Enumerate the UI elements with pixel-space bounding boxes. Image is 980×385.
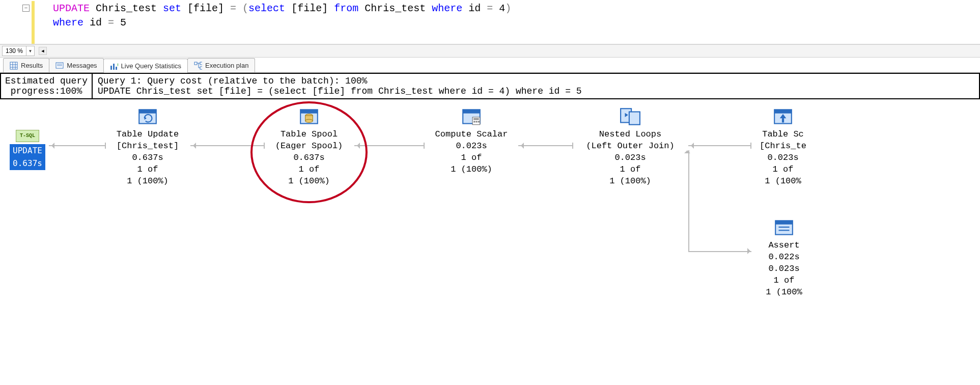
plan-arrow — [688, 145, 751, 146]
plan-node-nested-loops[interactable]: Nested Loops (Left Outer Join) 0.023s 1 … — [574, 107, 686, 187]
node-rows: 1 of — [753, 275, 815, 287]
nested-loops-icon — [620, 107, 641, 126]
node-rows: 1 of — [574, 164, 686, 176]
svg-rect-29 — [473, 118, 479, 120]
node-rows: 1 of — [426, 152, 517, 164]
table-scan-icon — [772, 107, 794, 126]
svg-rect-13 — [200, 62, 202, 65]
keyword-select: select — [248, 3, 285, 14]
svg-rect-9 — [113, 64, 115, 70]
plan-node-compute-scalar[interactable]: Compute Scalar 0.023s 1 of 1 (100%) — [426, 107, 517, 176]
node-rows-pct: 1 (100% — [753, 287, 815, 298]
node-rows-pct: 1 (100%) — [266, 176, 352, 187]
svg-rect-37 — [774, 109, 792, 113]
node-rows-pct: 1 (100%) — [574, 176, 686, 187]
fold-collapse-icon[interactable]: − — [22, 5, 30, 12]
node-title: Table Sc — [752, 129, 814, 141]
keyword-where: where — [432, 3, 462, 14]
plan-icon — [194, 62, 202, 70]
node-time: 0.637s — [266, 152, 352, 164]
keyword-set: set — [163, 3, 181, 14]
node-title: Table Update — [107, 129, 188, 141]
root-time: 0.637s — [10, 157, 45, 170]
node-title: Table Spool — [266, 129, 352, 141]
progress-box: Estimated query progress:100% — [1, 74, 93, 98]
svg-rect-8 — [110, 66, 112, 70]
node-rows: 1 of — [107, 164, 188, 176]
tab-label: Execution plan — [205, 62, 248, 69]
zoom-dropdown[interactable]: 130 % ▼ — [2, 46, 35, 56]
plan-node-table-spool[interactable]: Table Spool (Eager Spool) 0.637s 1 of 1 … — [266, 107, 352, 187]
tab-messages[interactable]: Messages — [49, 58, 103, 72]
query-info-box: Query 1: Query cost (relative to the bat… — [93, 74, 979, 98]
node-time: 0.023s — [426, 141, 517, 152]
node-rows: 1 of — [752, 164, 814, 176]
table-update-icon — [137, 107, 158, 126]
plan-arrow — [354, 145, 425, 146]
node-time: 0.637s — [107, 152, 188, 164]
plan-node-table-update[interactable]: Table Update [Chris_test] 0.637s 1 of 1 … — [107, 107, 188, 187]
node-time: 0.022s — [753, 252, 815, 263]
plan-arrowhead — [684, 147, 690, 153]
tab-results[interactable]: Results — [3, 58, 49, 72]
plan-root-update[interactable]: T-SQL UPDATE 0.637s — [7, 130, 48, 170]
plan-arrow — [688, 150, 689, 252]
svg-rect-32 — [478, 121, 480, 122]
results-tabs: Results Messages Live Query Statistics E… — [0, 58, 980, 73]
node-time2: 0.023s — [753, 263, 815, 275]
node-rows-pct: 1 (100% — [752, 176, 814, 187]
node-rows: 1 of — [266, 164, 352, 176]
plan-arrow — [518, 145, 573, 146]
node-subtitle: [Chris_te — [752, 141, 814, 152]
code-line-1[interactable]: UPDATE Chris_test set [file] = (select [… — [35, 1, 980, 15]
horizontal-scrollbar[interactable]: ◄ — [39, 47, 980, 55]
tsql-icon: T-SQL — [16, 130, 39, 142]
zoom-value: 130 % — [3, 47, 26, 54]
query-stats-header: Estimated query progress:100% Query 1: Q… — [0, 73, 980, 99]
svg-rect-10 — [116, 67, 117, 70]
svg-marker-11 — [118, 63, 118, 66]
keyword-update: UPDATE — [53, 3, 90, 14]
plan-node-assert[interactable]: Assert 0.022s 0.023s 1 of 1 (100% — [753, 218, 815, 298]
svg-point-25 — [305, 119, 313, 122]
tab-label: Live Query Statistics — [121, 62, 182, 70]
svg-rect-34 — [629, 112, 640, 125]
node-title: Compute Scalar — [426, 129, 517, 141]
node-subtitle: (Eager Spool) — [266, 141, 352, 152]
message-icon — [55, 62, 64, 70]
live-stats-icon — [110, 62, 118, 70]
scroll-left-icon[interactable]: ◄ — [39, 47, 47, 55]
keyword-where: where — [53, 17, 83, 29]
compute-scalar-icon — [461, 107, 482, 126]
svg-rect-19 — [139, 109, 156, 113]
zoom-bar: 130 % ▼ ◄ — [0, 44, 980, 58]
editor-gutter: − — [0, 1, 32, 44]
tab-label: Messages — [67, 62, 97, 69]
plan-arrow — [49, 145, 106, 146]
svg-rect-27 — [463, 109, 480, 113]
plan-arrow — [190, 145, 265, 146]
tab-label: Results — [21, 62, 43, 69]
plan-node-table-scan[interactable]: Table Sc [Chris_te 0.023s 1 of 1 (100% — [752, 107, 814, 187]
sql-editor[interactable]: − UPDATE Chris_test set [file] = (select… — [0, 0, 980, 44]
spool-icon — [298, 107, 320, 126]
svg-rect-22 — [300, 109, 318, 113]
tab-live-query-statistics[interactable]: Live Query Statistics — [103, 59, 188, 73]
svg-rect-41 — [775, 221, 793, 224]
root-label: UPDATE — [10, 144, 45, 157]
tab-execution-plan[interactable]: Execution plan — [187, 58, 255, 72]
node-title: Nested Loops — [574, 129, 686, 141]
code-area[interactable]: UPDATE Chris_test set [file] = (select [… — [35, 1, 980, 44]
code-line-2[interactable]: where id = 5 — [35, 15, 980, 30]
node-title: Assert — [753, 240, 815, 252]
svg-rect-0 — [10, 62, 17, 69]
node-rows-pct: 1 (100%) — [426, 164, 517, 176]
svg-rect-30 — [473, 121, 475, 122]
execution-plan-canvas[interactable]: T-SQL UPDATE 0.637s Table Update [Chris_… — [0, 99, 980, 364]
node-rows-pct: 1 (100%) — [107, 176, 188, 187]
svg-rect-39 — [782, 118, 784, 122]
node-time: 0.023s — [574, 152, 686, 164]
node-subtitle: (Left Outer Join) — [574, 141, 686, 152]
node-time: 0.023s — [752, 152, 814, 164]
chevron-down-icon[interactable]: ▼ — [26, 46, 34, 56]
